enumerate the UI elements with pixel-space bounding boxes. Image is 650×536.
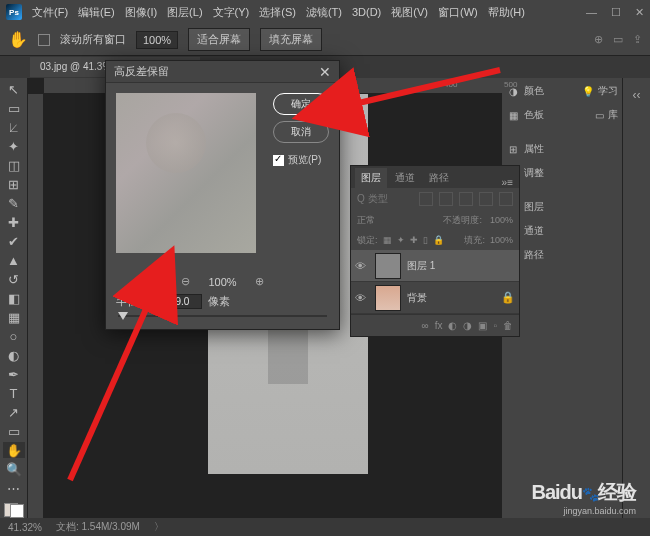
menu-help[interactable]: 帮助(H) — [484, 3, 529, 22]
menu-filter[interactable]: 滤镜(T) — [302, 3, 346, 22]
group-icon[interactable]: ▣ — [478, 320, 487, 331]
lock-position-icon[interactable]: ✦ — [397, 235, 405, 245]
tab-paths[interactable]: 路径 — [423, 168, 455, 188]
toolbox: ↖ ▭ ⟀ ✦ ◫ ⊞ ✎ ✚ ✔ ▲ ↺ ◧ ▦ ○ ◐ ✒ T ↗ ▭ ✋ … — [0, 78, 28, 518]
eyedropper-tool[interactable]: ✎ — [3, 196, 25, 212]
workspace-icon[interactable]: ▭ — [613, 33, 623, 46]
minimize-icon[interactable]: — — [586, 6, 597, 19]
layer-fx-icon[interactable]: fx — [435, 320, 443, 331]
collapse-icon[interactable]: ‹‹ — [628, 86, 646, 104]
search-icon[interactable]: ⊕ — [594, 33, 603, 46]
menu-layer[interactable]: 图层(L) — [163, 3, 206, 22]
swatches-panel-icon[interactable]: ▦ — [506, 108, 520, 122]
color-swatches[interactable] — [4, 503, 24, 518]
scroll-all-checkbox[interactable] — [38, 34, 50, 46]
lock-icon[interactable]: 🔒 — [433, 235, 444, 245]
pen-tool[interactable]: ✒ — [3, 367, 25, 383]
gradient-tool[interactable]: ▦ — [3, 310, 25, 326]
maximize-icon[interactable]: ☐ — [611, 6, 621, 19]
ok-button[interactable]: 确定 — [273, 93, 329, 115]
layer-row[interactable]: 👁 图层 1 — [351, 250, 519, 282]
lock-all-icon[interactable]: ✚ — [410, 235, 418, 245]
dialog-titlebar[interactable]: 高反差保留 ✕ — [106, 61, 339, 83]
dialog-close-icon[interactable]: ✕ — [319, 64, 331, 80]
layer-mask-icon[interactable]: ◐ — [448, 320, 457, 331]
zoom-in-icon[interactable]: ⊕ — [255, 275, 264, 288]
edit-toolbar[interactable]: ⋯ — [3, 480, 25, 496]
fit-screen-button[interactable]: 适合屏幕 — [188, 28, 250, 51]
blend-mode[interactable]: 正常 — [357, 214, 375, 227]
type-tool[interactable]: T — [3, 386, 25, 402]
filter-adjust-icon[interactable] — [439, 192, 453, 206]
layers-floating-panel: 图层 通道 路径 »≡ Q 类型 正常 不透明度: 100% 锁定: ▦ ✦ ✚… — [350, 165, 520, 337]
status-bar: 41.32% 文档: 1.54M/3.09M 〉 — [0, 518, 650, 536]
zoom-level-field[interactable]: 100% — [136, 31, 178, 49]
filter-smart-icon[interactable] — [499, 192, 513, 206]
blur-tool[interactable]: ○ — [3, 329, 25, 345]
fill-value[interactable]: 100% — [490, 235, 513, 245]
filter-shape-icon[interactable] — [479, 192, 493, 206]
delete-layer-icon[interactable]: 🗑 — [503, 320, 513, 331]
radius-input[interactable] — [162, 294, 202, 309]
layer-row[interactable]: 👁 背景 🔒 — [351, 282, 519, 314]
menu-type[interactable]: 文字(Y) — [209, 3, 254, 22]
adjustment-layer-icon[interactable]: ◑ — [463, 320, 472, 331]
menu-image[interactable]: 图像(I) — [121, 3, 161, 22]
status-chevron-icon[interactable]: 〉 — [154, 520, 164, 534]
radius-label: 半径(R): — [116, 294, 156, 309]
menu-select[interactable]: 选择(S) — [255, 3, 300, 22]
wand-tool[interactable]: ✦ — [3, 139, 25, 155]
preview-zoom: 100% — [208, 276, 236, 288]
dialog-preview[interactable] — [116, 93, 256, 253]
visibility-icon[interactable]: 👁 — [355, 292, 369, 304]
new-layer-icon[interactable]: ▫ — [493, 320, 497, 331]
window-controls: — ☐ ✕ — [586, 6, 644, 19]
history-brush-tool[interactable]: ↺ — [3, 272, 25, 288]
preview-checkbox[interactable] — [273, 155, 284, 166]
lasso-tool[interactable]: ⟀ — [3, 120, 25, 136]
stamp-tool[interactable]: ▲ — [3, 253, 25, 269]
status-doc: 文档: 1.54M/3.09M — [56, 520, 140, 534]
menu-window[interactable]: 窗口(W) — [434, 3, 482, 22]
healing-tool[interactable]: ✚ — [3, 215, 25, 231]
watermark: Baidu🐾经验 jingyan.baidu.com — [531, 479, 636, 516]
move-tool[interactable]: ↖ — [3, 82, 25, 98]
frame-tool[interactable]: ⊞ — [3, 177, 25, 193]
layer-thumb[interactable] — [375, 285, 401, 311]
menu-edit[interactable]: 编辑(E) — [74, 3, 119, 22]
filter-type-icon[interactable] — [459, 192, 473, 206]
opacity-value[interactable]: 100% — [490, 215, 513, 225]
radius-slider[interactable] — [106, 315, 339, 329]
lock-artboard-icon[interactable]: ▯ — [423, 235, 428, 245]
filter-pixel-icon[interactable] — [419, 192, 433, 206]
options-bar: ✋ 滚动所有窗口 100% 适合屏幕 填充屏幕 ⊕ ▭ ⇪ — [0, 24, 650, 56]
menu-file[interactable]: 文件(F) — [28, 3, 72, 22]
hand-tool[interactable]: ✋ — [3, 442, 25, 458]
brush-tool[interactable]: ✔ — [3, 234, 25, 250]
panel-menu-icon[interactable]: »≡ — [496, 177, 519, 188]
path-tool[interactable]: ↗ — [3, 404, 25, 420]
lock-pixels-icon[interactable]: ▦ — [383, 235, 392, 245]
tab-channels[interactable]: 通道 — [389, 168, 421, 188]
marquee-tool[interactable]: ▭ — [3, 101, 25, 117]
crop-tool[interactable]: ◫ — [3, 158, 25, 174]
dodge-tool[interactable]: ◐ — [3, 348, 25, 364]
cancel-button[interactable]: 取消 — [273, 121, 329, 143]
zoom-out-icon[interactable]: ⊖ — [181, 275, 190, 288]
ruler-vertical — [28, 94, 44, 518]
properties-panel-icon[interactable]: ⊞ — [506, 142, 520, 156]
share-icon[interactable]: ⇪ — [633, 33, 642, 46]
zoom-tool[interactable]: 🔍 — [3, 461, 25, 477]
menu-3d[interactable]: 3D(D) — [348, 4, 385, 20]
close-icon[interactable]: ✕ — [635, 6, 644, 19]
layer-thumb[interactable] — [375, 253, 401, 279]
eraser-tool[interactable]: ◧ — [3, 291, 25, 307]
shape-tool[interactable]: ▭ — [3, 423, 25, 439]
menu-view[interactable]: 视图(V) — [387, 3, 432, 22]
fill-screen-button[interactable]: 填充屏幕 — [260, 28, 322, 51]
visibility-icon[interactable]: 👁 — [355, 260, 369, 272]
status-zoom[interactable]: 41.32% — [8, 522, 42, 533]
link-layers-icon[interactable]: ∞ — [422, 320, 429, 331]
app-logo: Ps — [6, 4, 22, 20]
tab-layers[interactable]: 图层 — [355, 168, 387, 188]
